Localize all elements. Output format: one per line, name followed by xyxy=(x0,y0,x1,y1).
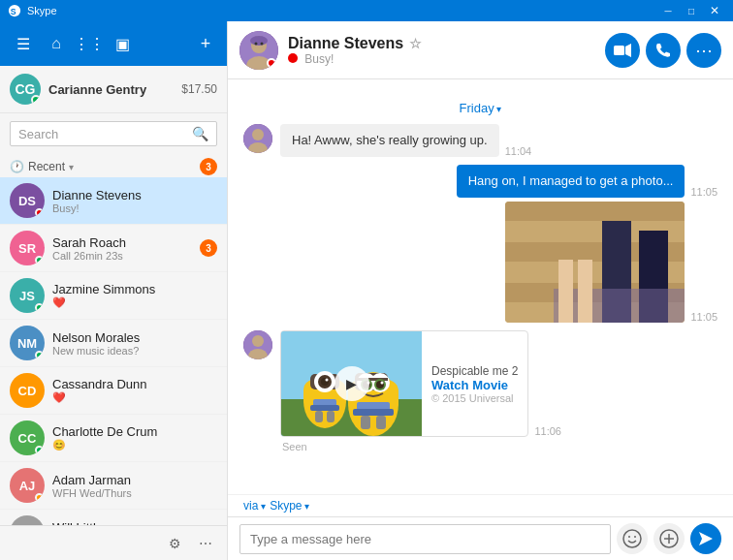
user-credit: $17.50 xyxy=(181,82,217,96)
contact-item-nelson[interactable]: NM Nelson Morales New music ideas? xyxy=(0,320,227,367)
contact-item-cassandra[interactable]: CD Cassandra Dunn ❤️ xyxy=(0,367,227,415)
svg-rect-24 xyxy=(558,260,573,323)
chat-header-name: Dianne Stevens ☆ xyxy=(288,35,422,52)
dianne-status-dot xyxy=(35,208,44,217)
titlebar-left: S Skype xyxy=(8,4,57,17)
contact-avatar-jazmine: JS xyxy=(10,278,45,313)
msg-bubble-1: Ha! Awww, she's really growing up. xyxy=(280,124,499,157)
svg-point-27 xyxy=(252,335,264,347)
contact-item-charlotte[interactable]: CC Charlotte De Crum 😊 xyxy=(0,415,227,462)
svg-rect-41 xyxy=(327,411,335,422)
contact-name-adam: Adam Jarman xyxy=(52,473,217,487)
svg-rect-25 xyxy=(578,260,592,323)
contact-avatar-will: WL xyxy=(10,515,45,525)
home-button[interactable]: ⌂ xyxy=(41,28,72,59)
play-button[interactable]: ▶ xyxy=(335,366,369,401)
contact-name-sarah: Sarah Roach xyxy=(52,235,200,250)
grid-button[interactable]: ⋮⋮ xyxy=(74,28,105,59)
more-options-button[interactable]: ⋯ xyxy=(192,530,219,557)
search-button[interactable]: 🔍 xyxy=(192,126,208,141)
busy-dot xyxy=(288,53,298,63)
msg-photo-3 xyxy=(505,202,685,323)
contact-info-dianne: Dianne Stevens Busy! xyxy=(52,188,217,214)
user-name: Carianne Gentry xyxy=(48,82,146,97)
add-button[interactable]: + xyxy=(192,30,219,57)
movie-thumbnail: ▶ xyxy=(281,331,422,436)
contact-item-sarah[interactable]: SR Sarah Roach Call 26min 23s 3 xyxy=(0,225,227,272)
message-input[interactable] xyxy=(239,524,611,554)
via-skype-link[interactable]: Skype xyxy=(270,499,309,513)
add-icon xyxy=(659,529,679,548)
msg-time-4: 11:06 xyxy=(534,425,561,437)
chat-input-row xyxy=(228,516,733,560)
video-icon xyxy=(614,44,631,57)
search-bar: 🔍 xyxy=(0,113,227,154)
app-body: ☰ ⌂ ⋮⋮ ▣ + CG Carianne Gentry $17.50 🔍 xyxy=(0,21,733,560)
emoji-button[interactable] xyxy=(617,523,648,554)
contact-name-charlotte: Charlotte De Crum xyxy=(52,424,217,439)
movie-copyright: © 2015 Universal xyxy=(431,392,518,404)
contact-info-jazmine: Jazmine Simmons ❤️ xyxy=(52,282,217,309)
recent-label[interactable]: 🕐 Recent ▾ xyxy=(10,160,74,173)
contact-item-jazmine[interactable]: JS Jazmine Simmons ❤️ xyxy=(0,272,227,320)
svg-rect-56 xyxy=(361,416,370,429)
add-attachment-button[interactable] xyxy=(653,523,685,554)
user-status-dot xyxy=(31,95,41,105)
chat-more-button[interactable]: ⋯ xyxy=(686,33,721,68)
contact-item-adam[interactable]: AJ Adam Jarman WFH Wed/Thurs xyxy=(0,462,227,510)
titlebar-title: Skype xyxy=(27,5,57,16)
svg-point-6 xyxy=(250,36,268,46)
send-button[interactable] xyxy=(690,523,721,554)
search-input[interactable] xyxy=(18,127,192,141)
msg-bubble-2: Hang on, I managed to get a photo... xyxy=(457,165,685,198)
user-profile: CG Carianne Gentry $17.50 xyxy=(0,66,227,113)
video-call-button[interactable] xyxy=(605,33,640,68)
favorite-star-icon[interactable]: ☆ xyxy=(409,36,422,51)
maximize-button[interactable]: □ xyxy=(681,3,702,18)
svg-point-37 xyxy=(326,379,329,382)
close-button[interactable]: ✕ xyxy=(704,3,725,18)
search-wrapper: 🔍 xyxy=(10,121,217,146)
contact-sub-sarah: Call 26min 23s xyxy=(52,250,200,262)
contact-name-will: Will Little xyxy=(52,520,217,526)
via-skype: via Skype xyxy=(228,494,733,516)
svg-rect-57 xyxy=(376,416,386,429)
msg-avatar-1 xyxy=(243,124,272,153)
chat-area: Dianne Stevens ☆ Busy! xyxy=(228,21,733,560)
day-divider: Friday xyxy=(243,99,717,116)
jazmine-status-dot xyxy=(35,303,44,312)
contact-item-will[interactable]: WL Will Little Offline this afternoon xyxy=(0,510,227,525)
svg-point-7 xyxy=(255,42,258,45)
skype-icon: S xyxy=(8,4,21,17)
hamburger-button[interactable]: ☰ xyxy=(8,28,39,59)
nelson-status-dot xyxy=(35,351,44,359)
contact-info-nelson: Nelson Morales New music ideas? xyxy=(52,330,217,357)
svg-point-12 xyxy=(252,129,264,140)
emoji-icon xyxy=(622,529,642,548)
photo-svg xyxy=(505,202,685,323)
movie-card[interactable]: ▶ Despicable me 2 Watch Movie © 2015 Uni… xyxy=(280,330,528,437)
contact-info-cassandra: Cassandra Dunn ❤️ xyxy=(52,377,217,404)
svg-rect-9 xyxy=(614,46,624,55)
sidebar-bottom: ⚙ ⋯ xyxy=(0,525,227,560)
sidebar-nav: ☰ ⌂ ⋮⋮ ▣ + xyxy=(0,21,227,66)
minimize-button[interactable]: ─ xyxy=(657,3,679,18)
contact-item-dianne[interactable]: DS Dianne Stevens Busy! xyxy=(0,177,227,225)
msg-contact-photo-1 xyxy=(243,124,272,153)
sarah-status-dot xyxy=(35,256,44,264)
svg-marker-64 xyxy=(699,532,713,545)
msg-avatar-4 xyxy=(243,330,272,359)
message-row-4: ▶ Despicable me 2 Watch Movie © 2015 Uni… xyxy=(243,330,717,437)
settings-button[interactable]: ⚙ xyxy=(161,530,188,557)
svg-text:S: S xyxy=(11,7,16,16)
movie-title: Despicable me 2 xyxy=(431,364,518,378)
contacts-button[interactable]: ▣ xyxy=(107,28,138,59)
day-label[interactable]: Friday xyxy=(460,101,502,115)
messages-area[interactable]: Friday Ha! Awww, she's really growing up… xyxy=(228,79,733,494)
movie-link[interactable]: Watch Movie xyxy=(431,378,518,392)
voice-call-button[interactable] xyxy=(646,33,681,68)
user-profile-left: CG Carianne Gentry xyxy=(10,74,146,105)
user-avatar: CG xyxy=(10,74,41,105)
svg-point-60 xyxy=(634,536,636,538)
movie-info: Despicable me 2 Watch Movie © 2015 Unive… xyxy=(422,357,527,412)
